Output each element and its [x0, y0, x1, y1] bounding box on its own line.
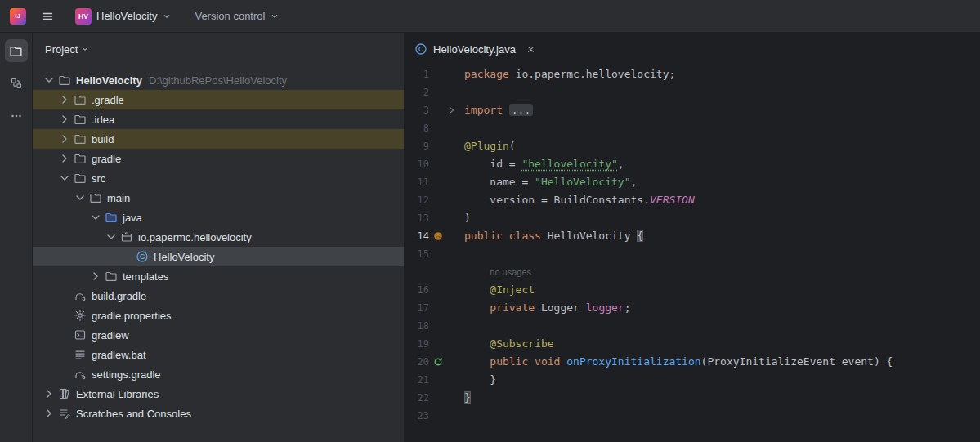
chevron-down-icon[interactable]: [73, 191, 87, 204]
hamburger-menu-icon[interactable]: [36, 5, 59, 28]
chevron-down-icon[interactable]: [88, 211, 103, 224]
code-line-11[interactable]: 11 name = "HelloVelocity",: [405, 173, 980, 191]
tree-item-main[interactable]: main: [33, 188, 404, 208]
project-tree: HelloVelocityD:\githubRePos\HelloVelocit…: [33, 65, 404, 442]
line-number[interactable]: 10: [405, 158, 429, 170]
tree-item-hellovelocity[interactable]: HelloVelocityD:\githubRePos\HelloVelocit…: [33, 70, 404, 90]
tree-indent: [33, 100, 57, 100]
tree-item-scratches-and-consoles[interactable]: Scratches and Consoles: [33, 404, 404, 423]
chevron-down-icon[interactable]: [104, 230, 119, 243]
line-number[interactable]: 16: [405, 284, 429, 296]
line-number[interactable]: 9: [405, 141, 429, 152]
tree-item-gradle-properties[interactable]: gradle.properties: [33, 306, 404, 325]
tree-item-build-gradle[interactable]: build.gradle: [33, 286, 404, 306]
code-text: no usages: [457, 263, 531, 281]
line-number[interactable]: 18: [405, 320, 429, 332]
code-line-21[interactable]: 21 }: [405, 371, 980, 389]
close-icon[interactable]: [526, 44, 536, 55]
code-line-17[interactable]: 17 private Logger logger;: [405, 299, 980, 317]
code-line-20[interactable]: 20 public void onProxyInitialization(Pro…: [405, 353, 980, 371]
project-panel-header[interactable]: Project: [33, 33, 404, 65]
chevron-right-icon[interactable]: [42, 407, 56, 420]
editor-code[interactable]: 1package io.papermc.hellovelocity;23impo…: [405, 65, 980, 442]
tree-item-templates[interactable]: templates: [33, 266, 404, 286]
tree-item-gradlew[interactable]: gradlew: [33, 325, 404, 345]
gutter-slot: [429, 155, 457, 173]
code-line-22[interactable]: 22}: [405, 389, 980, 407]
code-line-23[interactable]: 23: [405, 407, 980, 425]
chevron-right-icon[interactable]: [57, 132, 72, 145]
code-line-12[interactable]: 12 version = BuildConstants.VERSION: [405, 191, 980, 209]
code-line-10[interactable]: 10 id = "hellovelocity",: [405, 155, 980, 173]
line-number[interactable]: 12: [405, 194, 429, 206]
tree-item-gradle[interactable]: .gradle: [33, 90, 404, 109]
code-line-1[interactable]: 1package io.papermc.hellovelocity;: [405, 65, 980, 83]
chevron-right-icon[interactable]: [88, 270, 103, 283]
main-toolbar: IJ HV HelloVelocity Version control: [0, 0, 980, 33]
line-number[interactable]: 17: [405, 302, 429, 314]
code-line-16[interactable]: 16 @Inject: [405, 281, 980, 299]
tree-item-idea[interactable]: .idea: [33, 109, 404, 129]
more-icon: [10, 109, 23, 123]
tree-item-build[interactable]: build: [33, 129, 404, 149]
folder-icon: [74, 132, 87, 145]
chevron-right-icon[interactable]: [42, 387, 56, 400]
project-panel-title: Project: [45, 43, 78, 56]
more-tool-windows-button[interactable]: [5, 105, 28, 127]
line-number[interactable]: 1: [405, 69, 429, 80]
tree-item-gradlew-bat[interactable]: gradlew.bat: [33, 345, 404, 364]
chevron-right-icon[interactable]: [57, 113, 72, 126]
editor-tab[interactable]: C HelloVelocity.java: [405, 33, 546, 65]
chevron-right-icon[interactable]: [57, 152, 72, 165]
svg-text:C: C: [418, 45, 423, 53]
line-number[interactable]: 20: [405, 356, 429, 368]
line-number[interactable]: 22: [405, 392, 429, 404]
line-number[interactable]: 13: [405, 212, 429, 224]
subscribe-marker-icon[interactable]: [433, 357, 443, 367]
chevron-down-icon[interactable]: [42, 74, 56, 87]
line-number[interactable]: 19: [405, 338, 429, 350]
code-line-19[interactable]: 19 @Subscribe: [405, 335, 980, 353]
code-line-2[interactable]: 2: [405, 83, 980, 101]
tree-item-hellovelocity[interactable]: CHelloVelocity: [33, 247, 404, 266]
code-line-18[interactable]: 18: [405, 317, 980, 335]
tree-item-gradle[interactable]: gradle: [33, 149, 404, 168]
code-text: id = "hellovelocity",: [457, 155, 624, 173]
line-number[interactable]: 2: [405, 87, 429, 98]
code-inlay-line[interactable]: no usages: [405, 263, 980, 281]
code-line-13[interactable]: 13): [405, 209, 980, 227]
class-icon: C: [136, 250, 149, 263]
vcs-widget[interactable]: Version control: [188, 7, 286, 25]
code-line-8[interactable]: 8: [405, 119, 980, 137]
intellij-idea-logo[interactable]: IJ: [10, 8, 26, 25]
code-line-9[interactable]: 9@Plugin(: [405, 137, 980, 155]
structure-tool-window-button[interactable]: [5, 72, 28, 95]
line-number[interactable]: 11: [405, 176, 429, 188]
gutter-slot: [429, 263, 457, 281]
code-line-3[interactable]: 3import ...: [405, 101, 980, 119]
project-switcher[interactable]: HV HelloVelocity: [69, 5, 178, 28]
plugin-class-marker-icon[interactable]: [433, 231, 443, 241]
gutter-slot: [429, 245, 457, 263]
tree-item-src[interactable]: src: [33, 168, 404, 188]
line-number[interactable]: 23: [405, 410, 429, 422]
project-tool-window-button[interactable]: [5, 39, 28, 62]
chevron-down-icon[interactable]: [57, 172, 72, 185]
tree-item-label: src: [92, 172, 105, 185]
folder-icon: [74, 93, 87, 106]
tree-item-java[interactable]: java: [33, 208, 404, 227]
project-tool-window: Project HelloVelocityD:\githubRePos\Hell…: [33, 33, 405, 442]
tree-item-external-libraries[interactable]: External Libraries: [33, 384, 404, 404]
line-number[interactable]: 21: [405, 374, 429, 386]
line-number[interactable]: 14: [405, 230, 429, 242]
fold-arrow-icon[interactable]: [447, 106, 456, 115]
tree-item-settings-gradle[interactable]: settings.gradle: [33, 364, 404, 384]
code-line-14[interactable]: 14public class HelloVelocity {: [405, 227, 980, 245]
code-line-15[interactable]: 15: [405, 245, 980, 263]
line-number[interactable]: 15: [405, 248, 429, 260]
line-number[interactable]: 3: [405, 105, 429, 116]
line-number[interactable]: 8: [405, 123, 429, 134]
tree-item-io-papermc-hellovelocity[interactable]: io.papermc.hellovelocity: [33, 227, 404, 247]
chevron-right-icon[interactable]: [57, 93, 72, 106]
folder-icon: [105, 270, 118, 283]
